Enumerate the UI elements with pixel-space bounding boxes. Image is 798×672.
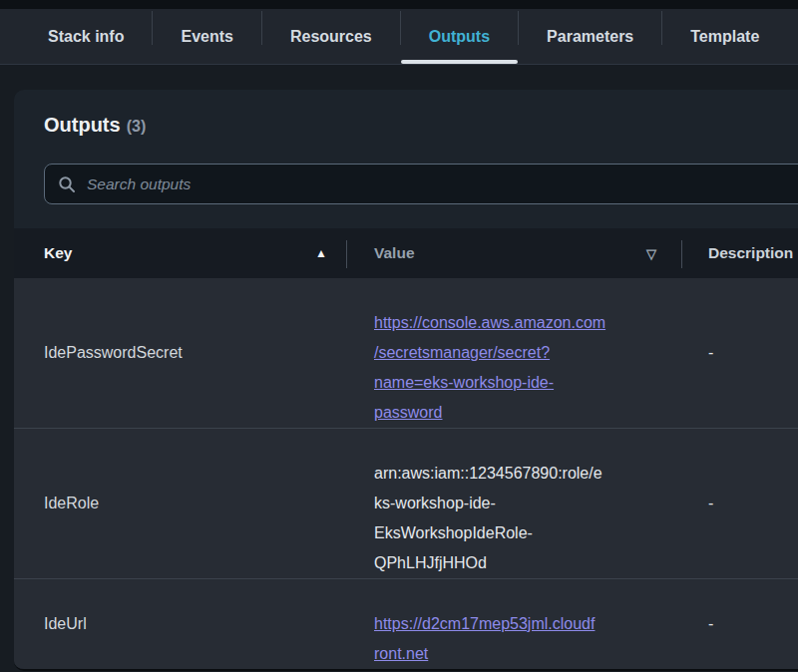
output-value-cell: https://console.aws.amazon.com /secretsm… (347, 278, 682, 428)
column-header-key[interactable]: Key ▲ (14, 228, 347, 278)
tab-stack-info[interactable]: Stack info (20, 9, 152, 64)
table-row: IdeRole arn:aws:iam::1234567890:role/e k… (14, 428, 798, 578)
tab-events[interactable]: Events (153, 9, 260, 64)
column-label: Key (44, 244, 72, 262)
tab-resources[interactable]: Resources (262, 9, 400, 64)
output-value-cell: arn:aws:iam::1234567890:role/e ks-worksh… (347, 429, 682, 578)
tab-outputs[interactable]: Outputs (401, 9, 518, 64)
output-value-text: arn:aws:iam::1234567890:role/e ks-worksh… (374, 465, 602, 571)
tab-template[interactable]: Template (662, 9, 787, 64)
tab-label: Resources (290, 28, 372, 46)
column-header-value[interactable]: Value ▽ (347, 228, 682, 278)
search-icon (58, 175, 76, 193)
window-top-strip (0, 0, 798, 9)
tab-label: Stack info (48, 28, 124, 46)
search-area (44, 164, 798, 204)
output-key: IdePasswordSecret (14, 344, 347, 362)
tab-label: Template (690, 28, 759, 46)
sort-ascending-icon[interactable]: ▲ (315, 246, 327, 260)
column-label: Description (708, 244, 793, 262)
table-header: Key ▲ Value ▽ Description (14, 228, 798, 278)
output-key: IdeRole (14, 495, 347, 512)
output-value-link[interactable]: https://console.aws.amazon.com /secretsm… (374, 314, 605, 421)
output-description: - (682, 344, 798, 362)
sort-icon[interactable]: ▽ (646, 246, 656, 261)
table-row: IdePasswordSecret https://console.aws.am… (14, 278, 798, 428)
column-header-description[interactable]: Description (682, 228, 798, 278)
tab-label: Parameters (547, 28, 633, 46)
panel-title: Outputs (44, 114, 121, 136)
tab-label: Events (181, 28, 232, 46)
output-description: - (682, 495, 798, 512)
tab-parameters[interactable]: Parameters (519, 9, 661, 64)
panel-header: Outputs(3) (14, 90, 798, 137)
output-value-link[interactable]: https://d2cm17mep53jml.cloudf ront.net (374, 615, 595, 662)
outputs-count-badge: (3) (127, 118, 147, 135)
output-key: IdeUrl (14, 615, 347, 633)
search-input[interactable] (87, 175, 798, 193)
output-description: - (682, 615, 798, 633)
stack-tab-bar: Stack info Events Resources Outputs Para… (0, 9, 798, 65)
search-box[interactable] (44, 164, 798, 204)
tab-label: Outputs (429, 28, 490, 46)
table-row: IdeUrl https://d2cm17mep53jml.cloudf ron… (14, 578, 798, 669)
output-value-cell: https://d2cm17mep53jml.cloudf ront.net (347, 579, 682, 669)
column-label: Value (374, 244, 415, 262)
outputs-panel: Outputs(3) Key ▲ Value ▽ Description Ide… (14, 90, 798, 671)
table-body: IdePasswordSecret https://console.aws.am… (14, 278, 798, 669)
